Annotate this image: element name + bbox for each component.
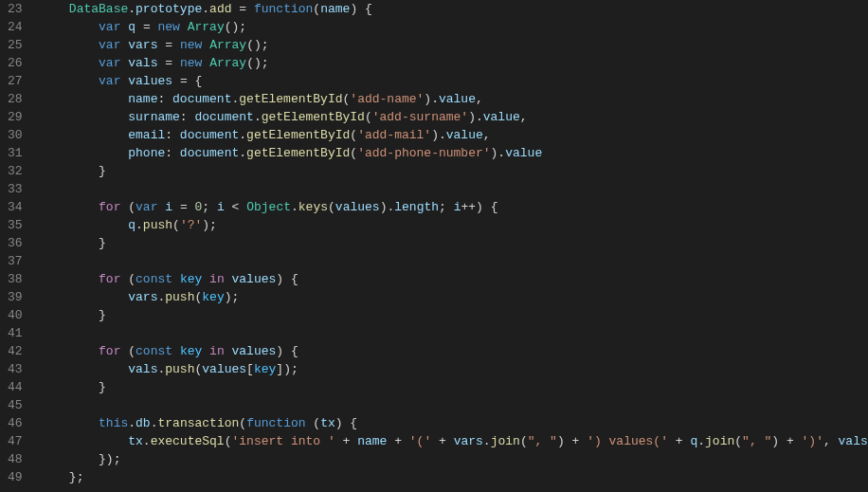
code-line[interactable] xyxy=(40,396,868,414)
token xyxy=(225,272,232,286)
token: ( xyxy=(350,128,357,142)
token: ') values(' xyxy=(587,434,668,448)
token: q xyxy=(128,20,136,34)
token xyxy=(172,38,180,52)
token: ( xyxy=(172,218,180,232)
token: join xyxy=(491,434,520,448)
token: 'add-surname' xyxy=(372,110,468,124)
token: : xyxy=(165,128,180,142)
code-line[interactable]: var q = new Array(); xyxy=(40,18,868,36)
code-line[interactable]: phone: document.getElementById('add-phon… xyxy=(40,144,868,162)
code-line[interactable]: var values = { xyxy=(40,72,868,90)
code-line[interactable]: } xyxy=(40,306,868,324)
line-number: 31 xyxy=(8,144,23,162)
token: vals xyxy=(128,56,157,70)
token: ( xyxy=(306,416,321,430)
token xyxy=(151,20,158,34)
token: vars xyxy=(454,434,483,448)
code-line[interactable]: for (var i = 0; i < Object.keys(values).… xyxy=(40,198,868,216)
code-line[interactable]: } xyxy=(40,378,868,396)
token xyxy=(431,434,439,448)
code-line[interactable]: vals.push(values[key]); xyxy=(40,360,868,378)
line-number: 48 xyxy=(8,450,23,468)
code-line[interactable] xyxy=(40,180,868,198)
token: ( xyxy=(313,2,320,16)
token: ( xyxy=(365,110,372,124)
token: var xyxy=(99,74,120,88)
code-line[interactable]: DataBase.prototype.add = function(name) … xyxy=(40,0,868,18)
token: db xyxy=(136,416,151,430)
token: ). xyxy=(431,128,446,142)
code-line[interactable]: name: document.getElementById('add-name'… xyxy=(40,90,868,108)
token: key xyxy=(180,344,202,358)
token xyxy=(202,38,209,52)
code-line[interactable]: var vals = new Array(); xyxy=(40,54,868,72)
token: ( xyxy=(350,146,357,160)
token: Array xyxy=(188,20,225,34)
token: i xyxy=(454,200,461,214)
token: Array xyxy=(209,38,246,52)
token: value xyxy=(439,92,476,106)
token: , xyxy=(520,110,528,124)
token: ). xyxy=(468,110,483,124)
code-line[interactable]: }; xyxy=(40,468,868,486)
token: Object xyxy=(246,200,291,214)
token: . xyxy=(136,218,143,232)
code-line[interactable]: tx.executeSql('insert into ' + name + '(… xyxy=(40,432,868,450)
token: new xyxy=(158,20,180,34)
code-editor[interactable]: 2324252627282930313233343536373839404142… xyxy=(0,0,868,492)
token: transaction xyxy=(157,416,239,430)
token: (); xyxy=(246,38,268,52)
token: name xyxy=(320,2,350,16)
code-line[interactable]: } xyxy=(40,162,868,180)
code-line[interactable]: for (const key in values) { xyxy=(40,270,868,288)
line-number-gutter: 2324252627282930313233343536373839404142… xyxy=(0,0,40,492)
code-line[interactable]: surname: document.getElementById('add-su… xyxy=(40,108,868,126)
token xyxy=(172,272,180,286)
token: ++ xyxy=(461,200,477,214)
code-line[interactable]: }); xyxy=(40,450,868,468)
token: join xyxy=(705,434,734,448)
line-number: 30 xyxy=(8,126,23,144)
token: push xyxy=(165,290,194,304)
token: . xyxy=(143,434,151,448)
line-number: 32 xyxy=(8,162,23,180)
code-line[interactable]: this.db.transaction(function (tx) { xyxy=(40,414,868,432)
token xyxy=(387,434,394,448)
line-number: 47 xyxy=(8,432,23,450)
token: (); xyxy=(246,56,268,70)
token: ). xyxy=(424,92,439,106)
code-line[interactable]: var vars = new Array(); xyxy=(40,36,868,54)
line-number: 26 xyxy=(8,54,23,72)
line-number: 28 xyxy=(8,90,23,108)
token xyxy=(172,200,180,214)
token: getElementById xyxy=(246,128,350,142)
token: ) xyxy=(771,434,787,448)
token: = xyxy=(165,38,172,52)
line-number: 24 xyxy=(8,18,23,36)
code-line[interactable]: } xyxy=(40,234,868,252)
token xyxy=(172,74,180,88)
token xyxy=(246,2,254,16)
token xyxy=(202,344,209,358)
code-line[interactable] xyxy=(40,324,868,342)
code-area[interactable]: DataBase.prototype.add = function(name) … xyxy=(40,0,868,492)
code-line[interactable]: vars.push(key); xyxy=(40,288,868,306)
line-number: 42 xyxy=(8,342,23,360)
token: values xyxy=(232,272,277,286)
token: add xyxy=(209,2,231,16)
line-number: 38 xyxy=(8,270,23,288)
token: = xyxy=(165,56,172,70)
token: . xyxy=(483,434,491,448)
token: getElementById xyxy=(246,146,350,160)
line-number: 23 xyxy=(8,0,23,18)
token xyxy=(350,434,357,448)
code-line[interactable]: email: document.getElementById('add-mail… xyxy=(40,126,868,144)
token xyxy=(172,56,180,70)
code-line[interactable] xyxy=(40,252,868,270)
token: = xyxy=(180,200,188,214)
code-line[interactable]: q.push('?'); xyxy=(40,216,868,234)
token: ) { xyxy=(276,272,298,286)
token: } xyxy=(99,236,106,250)
code-line[interactable]: for (const key in values) { xyxy=(40,342,868,360)
